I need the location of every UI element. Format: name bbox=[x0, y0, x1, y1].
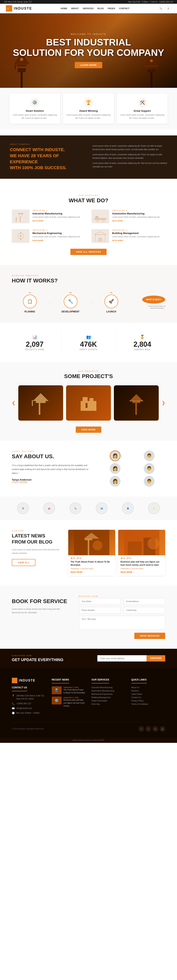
social-linkedin[interactable]: in bbox=[153, 726, 158, 732]
newsletter-submit-button[interactable]: SUBSCRIBE bbox=[146, 655, 165, 662]
clock-icon: 🕐 bbox=[12, 712, 15, 714]
nav-services[interactable]: Services bbox=[83, 7, 93, 10]
project-card-1[interactable] bbox=[18, 385, 63, 421]
service-input[interactable] bbox=[124, 607, 166, 614]
avatar-3[interactable]: 👩 bbox=[110, 463, 121, 474]
footer-quick-link-6[interactable]: Terms & Conditions bbox=[131, 703, 166, 705]
svg-rect-3 bbox=[18, 68, 26, 72]
menu-icon[interactable]: ☰ bbox=[166, 6, 171, 11]
projects-cta: VIEW MORE bbox=[12, 426, 165, 433]
nav-home[interactable]: Home bbox=[61, 7, 67, 10]
service-img-3 bbox=[12, 229, 29, 243]
avatar-1[interactable]: 👩 bbox=[110, 450, 121, 461]
footer-service-link-6[interactable]: Oil & Gas bbox=[92, 703, 126, 705]
book-form: SEND MESSAGE bbox=[79, 598, 165, 639]
main-nav: Home About Services Blog Pages Contact bbox=[61, 7, 130, 10]
message-textarea[interactable] bbox=[79, 616, 165, 630]
svg-rect-33 bbox=[80, 401, 97, 411]
footer-quick-link-1[interactable]: About Us bbox=[131, 686, 166, 689]
blog-tag-likes-2: 🔥 54 bbox=[121, 557, 125, 559]
blog-read-more-1[interactable]: READ MORE → bbox=[71, 571, 85, 573]
connect-section: ABOUT COMPANY CONNECT WITH INDUSTE. WE H… bbox=[0, 135, 177, 179]
blog-section: OUR PRO LATEST NEWS FROM OUR BLOG Lorem … bbox=[0, 520, 177, 585]
view-all-services-button[interactable]: VIEW ALL SERVICES bbox=[71, 249, 106, 255]
footer-quick-link-2[interactable]: Services bbox=[131, 690, 166, 692]
footer-services-title: OUR SERVICES bbox=[92, 678, 109, 684]
svg-rect-18 bbox=[94, 218, 106, 220]
footer-news-date-1: September 3, 2019 bbox=[64, 686, 86, 688]
top-bar-address: 198 West 21th Street, Suite 721 bbox=[4, 1, 32, 3]
nav-pages[interactable]: Pages bbox=[108, 7, 115, 10]
svg-rect-30 bbox=[36, 401, 46, 403]
next-arrow[interactable]: ❯ bbox=[162, 401, 165, 406]
footer-quick-link-5[interactable]: Privacy Policy bbox=[131, 700, 166, 702]
how-step-2: 02 🔧 DEVELOPMENT bbox=[53, 292, 88, 313]
newsletter-email-input[interactable] bbox=[97, 655, 146, 662]
top-bar-contact: Mon-Sat 8:00 - 5:30pm | Call Us: +1(800)… bbox=[128, 1, 173, 3]
blog-author-1: September 3, 2019 by Admin bbox=[71, 568, 113, 570]
service-link-4[interactable]: READ MORE → bbox=[112, 240, 125, 242]
view-more-projects-button[interactable]: VIEW MORE bbox=[76, 426, 101, 433]
blog-card-1: 🔥 41 💬 33 The Truth About Power Is About… bbox=[68, 530, 115, 576]
footer-service-link-2[interactable]: Automotive Manufacturing bbox=[92, 690, 126, 692]
svg-point-49 bbox=[148, 538, 159, 549]
email-input[interactable] bbox=[124, 598, 166, 605]
project-card-2[interactable] bbox=[66, 385, 111, 421]
how-section: WORKING PROCESS HOW IT WORKS? 01 📋 PLANI… bbox=[0, 265, 177, 323]
footer-service-link-3[interactable]: Mechanical Engineering bbox=[92, 693, 126, 695]
blog-view-all-button[interactable]: VIEW ALL bbox=[12, 559, 35, 566]
social-twitter[interactable]: t bbox=[146, 726, 151, 732]
service-link-3[interactable]: READ MORE → bbox=[32, 240, 46, 242]
social-facebook[interactable]: f bbox=[138, 726, 144, 732]
footer-service-link-5[interactable]: Power Generation bbox=[92, 700, 126, 702]
logo-text: INDUSTE bbox=[14, 6, 32, 11]
nav-blog[interactable]: Blog bbox=[98, 7, 104, 10]
project-card-3[interactable] bbox=[114, 385, 159, 421]
footer-service-link-1[interactable]: Industrial Manufacturing bbox=[92, 686, 126, 689]
submit-button[interactable]: SEND MESSAGE bbox=[134, 633, 165, 639]
footer-email-text: info@induste.com bbox=[16, 707, 32, 710]
nav-contact[interactable]: Contact bbox=[119, 7, 130, 10]
location-icon: 📍 bbox=[12, 694, 15, 700]
how-steps: 01 📋 PLANING → 02 🔧 DEVELOPMENT → 03 🚀 L… bbox=[12, 292, 165, 313]
avatar-6[interactable]: 👨 bbox=[144, 476, 154, 487]
phone-input[interactable] bbox=[79, 607, 121, 614]
testi-label: HAPPY REVIEWS bbox=[12, 450, 91, 452]
site-header: I INDUSTE Home About Services Blog Pages… bbox=[0, 4, 177, 13]
stats-section: 📊 2,097 PROJECTS DONE 👥 476K HAPPY CLIEN… bbox=[0, 323, 177, 363]
hero-title: BEST INDUSTRIAL SOLUTION FOR YOUR COMPAN… bbox=[13, 37, 164, 58]
partner-logo-1: ⚙️ bbox=[17, 502, 29, 514]
social-instagram[interactable]: ig bbox=[160, 726, 165, 732]
prev-arrow[interactable]: ❮ bbox=[12, 401, 15, 406]
footer-links-title: QUICK LINKS bbox=[131, 678, 147, 684]
connect-label: ABOUT COMPANY bbox=[10, 143, 85, 145]
footer-service-link-4[interactable]: Building Management bbox=[92, 697, 126, 698]
blog-right: 🔥 41 💬 33 The Truth About Power Is About… bbox=[68, 530, 165, 576]
hero-cta-button[interactable]: LEARN MORE bbox=[75, 62, 102, 68]
footer-news-img-2: ⚙️ bbox=[52, 697, 61, 705]
svg-rect-19 bbox=[95, 216, 98, 218]
footer-quick-link-4[interactable]: Contact Us bbox=[131, 697, 166, 698]
form-field-name bbox=[79, 598, 121, 605]
blog-read-more-2[interactable]: READ MORE → bbox=[121, 571, 135, 573]
nav-about[interactable]: About bbox=[71, 7, 79, 10]
how-extra-text: Lorem ipsum dolor sit amet consectetur..… bbox=[146, 305, 165, 309]
service-link-2[interactable]: READ MORE → bbox=[112, 220, 125, 222]
service-link-1[interactable]: READ MORE → bbox=[32, 220, 46, 222]
testi-role: CLIENT REVIEW bbox=[12, 481, 91, 483]
how-step-3: 03 🚀 LAUNCH bbox=[93, 292, 129, 313]
svg-rect-37 bbox=[135, 403, 137, 415]
logo[interactable]: I INDUSTE bbox=[6, 5, 32, 11]
feature-card-2: 🏆 Award Winning Lorem ipsum dolor sit am… bbox=[63, 94, 114, 124]
logo-icon: I bbox=[6, 5, 12, 11]
name-input[interactable] bbox=[79, 598, 121, 605]
avatar-2[interactable]: 👨 bbox=[144, 450, 154, 461]
avatar-4[interactable]: 👨 bbox=[144, 463, 154, 474]
search-icon[interactable]: 🔍 bbox=[158, 6, 164, 11]
book-title: BOOK FOR SERVICE bbox=[12, 598, 69, 605]
avatar-5[interactable]: 👩 bbox=[110, 476, 121, 487]
footer-phone: 📞 +1(800) 800-123 bbox=[12, 702, 46, 705]
service-item-4: ARTICLE NO. 4 Building Management Lorem … bbox=[92, 229, 165, 243]
footer-quick-link-3[interactable]: Latest News bbox=[131, 693, 166, 695]
svg-marker-39 bbox=[129, 394, 143, 401]
